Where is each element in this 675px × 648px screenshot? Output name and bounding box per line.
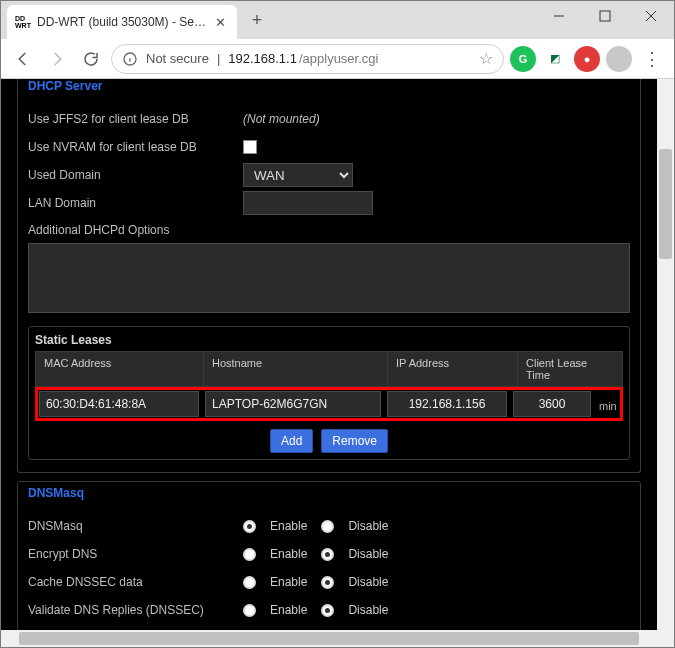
lease-header-row: MAC Address Hostname IP Address Client L…	[35, 351, 623, 387]
lease-time-unit: min	[599, 400, 617, 412]
bookmark-icon[interactable]: ☆	[479, 49, 493, 68]
viewport: DHCP Server Use JFFS2 for client lease D…	[1, 79, 674, 647]
back-button[interactable]	[9, 45, 37, 73]
url-text: 192.168.1.1/applyuser.cgi	[228, 51, 471, 66]
row-validate: Validate DNS Replies (DNSSEC) Enable Dis…	[28, 596, 630, 624]
toolbar: Not secure | 192.168.1.1/applyuser.cgi ☆…	[1, 39, 674, 79]
lan-domain-input[interactable]	[243, 191, 373, 215]
jffs2-value: (Not mounted)	[243, 112, 320, 126]
col-lease: Client Lease Time	[518, 352, 616, 386]
validate-label: Validate DNS Replies (DNSSEC)	[28, 603, 243, 617]
dnsmasq-title: DNSMasq	[28, 486, 630, 500]
horizontal-scrollbar-thumb[interactable]	[19, 632, 639, 645]
static-leases-title: Static Leases	[35, 333, 623, 347]
favicon-icon: DD WRT	[15, 14, 31, 30]
validate-enable-label: Enable	[270, 603, 307, 617]
encrypt-enable-radio[interactable]	[243, 548, 256, 561]
lease-ip-input[interactable]	[387, 391, 507, 417]
dnsmasq-disable-label: Disable	[348, 519, 388, 533]
page-content: DHCP Server Use JFFS2 for client lease D…	[1, 79, 657, 630]
window-maximize-button[interactable]	[582, 1, 628, 31]
lease-row	[39, 391, 619, 417]
vertical-scrollbar[interactable]	[657, 79, 674, 630]
encrypt-disable-label: Disable	[348, 547, 388, 561]
window-close-button[interactable]	[628, 1, 674, 31]
forward-button[interactable]	[43, 45, 71, 73]
col-host: Hostname	[204, 352, 388, 386]
nvram-label: Use NVRAM for client lease DB	[28, 140, 243, 154]
cache-label: Cache DNSSEC data	[28, 575, 243, 589]
security-status: Not secure	[146, 51, 209, 66]
encrypt-enable-label: Enable	[270, 547, 307, 561]
window-titlebar: DD WRT DD-WRT (build 35030M) - Servic ✕ …	[1, 1, 674, 39]
url-host: 192.168.1.1	[228, 51, 297, 66]
validate-enable-radio[interactable]	[243, 604, 256, 617]
new-tab-button[interactable]: +	[243, 6, 271, 34]
site-info-icon[interactable]	[122, 51, 138, 67]
row-nvram: Use NVRAM for client lease DB	[28, 133, 630, 161]
cache-disable-radio[interactable]	[321, 576, 334, 589]
window-controls	[536, 1, 674, 31]
row-extra-options: Additional DHCPd Options	[28, 223, 630, 316]
static-leases-panel: Static Leases MAC Address Hostname IP Ad…	[28, 326, 630, 460]
add-button[interactable]: Add	[270, 429, 313, 453]
extension-grammarly-icon[interactable]: G	[510, 46, 536, 72]
dnsmasq-enable-radio[interactable]	[243, 520, 256, 533]
jffs2-label: Use JFFS2 for client lease DB	[28, 112, 243, 126]
lease-mac-input[interactable]	[39, 391, 199, 417]
row-dnsmasq: DNSMasq Enable Disable	[28, 512, 630, 540]
encrypt-label: Encrypt DNS	[28, 547, 243, 561]
cache-disable-label: Disable	[348, 575, 388, 589]
dnsmasq-enable-label: Enable	[270, 519, 307, 533]
menu-button[interactable]: ⋮	[638, 45, 666, 73]
lease-time-input[interactable]	[513, 391, 591, 417]
lease-host-input[interactable]	[205, 391, 381, 417]
encrypt-disable-radio[interactable]	[321, 548, 334, 561]
extra-options-textarea[interactable]	[28, 243, 630, 313]
dnsmasq-label: DNSMasq	[28, 519, 243, 533]
tab-title: DD-WRT (build 35030M) - Servic	[37, 15, 207, 29]
validate-disable-radio[interactable]	[321, 604, 334, 617]
omnibox-separator: |	[217, 51, 220, 66]
tab-strip: DD WRT DD-WRT (build 35030M) - Servic ✕ …	[1, 1, 536, 39]
browser-tab[interactable]: DD WRT DD-WRT (build 35030M) - Servic ✕	[7, 5, 237, 39]
dnsmasq-disable-radio[interactable]	[321, 520, 334, 533]
tab-close-icon[interactable]: ✕	[213, 15, 227, 29]
lease-row-highlight	[35, 387, 623, 421]
lan-domain-label: LAN Domain	[28, 196, 243, 210]
lease-button-row: Add Remove	[35, 429, 623, 453]
validate-disable-label: Disable	[348, 603, 388, 617]
remove-button[interactable]: Remove	[321, 429, 388, 453]
horizontal-scrollbar[interactable]	[1, 630, 657, 647]
window-minimize-button[interactable]	[536, 1, 582, 31]
profile-avatar[interactable]	[606, 46, 632, 72]
extension-3-icon[interactable]: ●	[574, 46, 600, 72]
cache-enable-radio[interactable]	[243, 576, 256, 589]
dnsmasq-section: DNSMasq DNSMasq Enable Disable Encrypt D…	[17, 481, 641, 630]
col-ip: IP Address	[388, 352, 518, 386]
row-encrypt: Encrypt DNS Enable Disable	[28, 540, 630, 568]
row-lan-domain: LAN Domain	[28, 189, 630, 217]
extension-2-icon[interactable]: ◩	[542, 46, 568, 72]
row-used-domain: Used Domain WAN	[28, 161, 630, 189]
cache-enable-label: Enable	[270, 575, 307, 589]
address-bar[interactable]: Not secure | 192.168.1.1/applyuser.cgi ☆	[111, 44, 504, 74]
row-cache: Cache DNSSEC data Enable Disable	[28, 568, 630, 596]
dhcp-section: DHCP Server Use JFFS2 for client lease D…	[17, 79, 641, 473]
vertical-scrollbar-thumb[interactable]	[659, 149, 672, 259]
reload-button[interactable]	[77, 45, 105, 73]
url-path: /applyuser.cgi	[299, 51, 379, 66]
row-jffs2: Use JFFS2 for client lease DB (Not mount…	[28, 105, 630, 133]
used-domain-label: Used Domain	[28, 168, 243, 182]
dhcp-section-title: DHCP Server	[28, 79, 630, 93]
nvram-checkbox[interactable]	[243, 140, 257, 154]
svg-rect-1	[600, 11, 610, 21]
extra-options-label: Additional DHCPd Options	[28, 223, 243, 237]
used-domain-select[interactable]: WAN	[243, 163, 353, 187]
col-mac: MAC Address	[36, 352, 204, 386]
